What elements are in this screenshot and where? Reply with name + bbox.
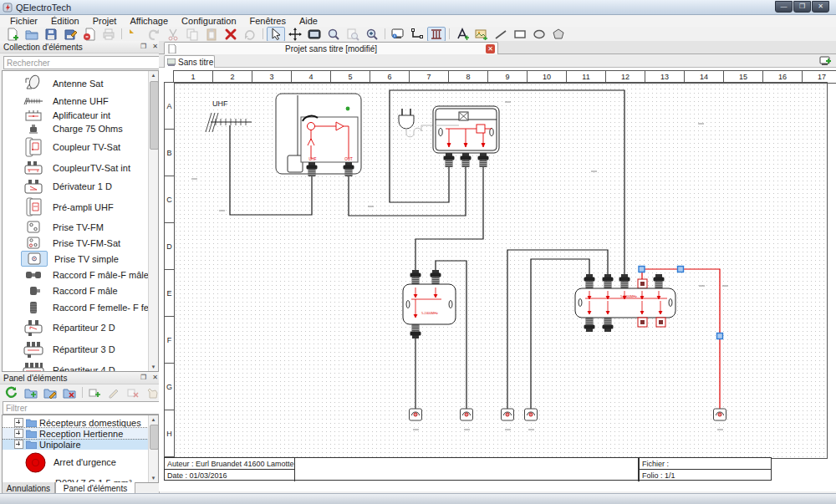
undo-button[interactable] (125, 27, 144, 42)
edit-element-button[interactable] (104, 385, 123, 400)
print-button[interactable] (99, 27, 118, 42)
scroll-down-icon[interactable]: ▼ (149, 474, 158, 482)
delete-element-button[interactable] (124, 385, 142, 400)
search-input[interactable] (3, 56, 161, 69)
collection-scrollbar[interactable]: ▲ ▼ (148, 71, 158, 371)
menu-configuration[interactable]: Configuration (175, 16, 242, 26)
handle[interactable] (717, 333, 723, 339)
list-item-repartiteur-3d[interactable]: Répartiteur 3 D (3, 339, 158, 360)
list-item-repartiteur-4d[interactable]: Répartiteur 4 D (3, 360, 158, 372)
list-item-antenne-sat[interactable]: Antenne Sat (3, 74, 158, 94)
tree-folder-recepteurs[interactable]: Récepteurs domestiques (3, 417, 158, 428)
element-splitter-2d[interactable]: 5-2400MHz (403, 270, 456, 339)
redo-button[interactable] (145, 27, 163, 42)
list-item-aplificateur[interactable]: Aplificateur int (3, 108, 158, 122)
element-tv-outlet[interactable] (410, 409, 422, 420)
menu-affichage[interactable]: Affichage (123, 16, 175, 26)
list-item-repartiteur-2d[interactable]: Répartiteur 2 D (3, 317, 158, 339)
element-tv-outlet[interactable] (714, 409, 726, 420)
add-column-button[interactable] (427, 27, 446, 42)
scroll-up-icon[interactable]: ▲ (149, 415, 158, 424)
draw-polygon-button[interactable] (549, 27, 568, 42)
element-splitter-4d[interactable]: 5-2400MHz (575, 274, 675, 332)
list-item-raccord-mm[interactable]: Raccord F mâle-F mâle (3, 267, 158, 283)
conductor-preamp-injector[interactable] (349, 167, 466, 216)
tree-item-arret-urgence[interactable]: Arret d'urgence (3, 450, 158, 475)
paste-button[interactable] (202, 27, 221, 42)
conductor-outlet4-splitter4[interactable] (531, 259, 589, 409)
menu-aide[interactable]: Aide (293, 16, 324, 26)
element-power-injector[interactable] (399, 106, 499, 167)
save-button[interactable] (42, 27, 60, 42)
zoom-fit-button[interactable] (344, 27, 362, 42)
new-element-button[interactable] (86, 385, 104, 400)
tree-scrollbar[interactable]: ▲ ▼ (148, 415, 158, 482)
float-panel-icon[interactable]: ❐ (139, 373, 148, 382)
draw-rectangle-button[interactable] (511, 27, 529, 42)
menu-fichier[interactable]: Fichier (3, 16, 44, 26)
conductor-splitter2-outlet2[interactable] (436, 261, 466, 409)
new-project-button[interactable] (3, 27, 22, 42)
diagram-canvas[interactable]: 1 2 3 4 5 6 7 8 9 10 11 12 13 14 15 16 1… (159, 68, 836, 491)
list-item-coupleur-int[interactable]: CoupleurTV-Sat int (3, 159, 158, 177)
close-file-button[interactable] (80, 27, 99, 42)
copy-button[interactable] (183, 27, 201, 42)
delete-button[interactable] (222, 27, 240, 42)
tree-folder-unipolaire[interactable]: Unipolaire (3, 439, 158, 450)
list-item-derivateur[interactable]: Dérivateur 1 D (3, 177, 158, 196)
list-item-prise-tv-fm[interactable]: Prise TV-FM (3, 219, 158, 235)
scrollbar-thumb[interactable] (150, 81, 159, 150)
expand-icon[interactable] (14, 429, 23, 438)
scroll-up-icon[interactable]: ▲ (149, 71, 158, 79)
open-project-button[interactable] (23, 27, 41, 42)
menu-fenetres[interactable]: Fenêtres (243, 16, 293, 26)
close-project-tab-button[interactable]: ✕ (486, 44, 495, 53)
edit-category-button[interactable] (41, 385, 59, 400)
zoom-in-button[interactable] (324, 27, 343, 42)
list-item-prise-tv-simple[interactable]: Prise TV simple (3, 251, 158, 267)
new-category-button[interactable] (22, 385, 40, 400)
project-tab[interactable]: Projet sans titre [modifié] ✕ (164, 42, 498, 54)
add-folio-button[interactable] (818, 55, 831, 66)
expand-icon[interactable] (14, 418, 23, 427)
list-item-raccord-ff[interactable]: Raccord F femelle- F femelle (3, 298, 158, 317)
menu-projet[interactable]: Projet (86, 16, 124, 26)
list-item-pre-ampli[interactable]: Pré-ampli UHF (3, 196, 158, 219)
conductor-injector-splitter4[interactable] (390, 90, 624, 274)
add-image-button[interactable] (472, 27, 491, 42)
handle[interactable] (639, 267, 645, 272)
list-item-antenne-uhf[interactable]: Antenne UHF (3, 94, 158, 108)
element-pre-ampli-uhf[interactable]: UHF OUT (276, 94, 361, 176)
list-item-charge-75[interactable]: Charge 75 Ohms (3, 122, 158, 135)
select-tool-button[interactable] (267, 27, 285, 42)
element-tv-outlet[interactable] (461, 409, 473, 420)
minimize-button[interactable]: — (775, 1, 793, 13)
menu-edition[interactable]: Édition (44, 16, 86, 26)
scrollbar-thumb[interactable] (150, 425, 159, 450)
list-item-raccord-male[interactable]: Raccord F mâle (3, 283, 158, 298)
element-tv-outlet[interactable] (525, 409, 538, 420)
close-button[interactable]: ✕ (812, 1, 829, 13)
expand-icon[interactable] (14, 440, 23, 449)
delete-category-button[interactable] (60, 385, 79, 400)
rotate-button[interactable] (241, 27, 259, 42)
save-as-button[interactable] (61, 27, 79, 42)
draw-line-button[interactable] (492, 27, 510, 42)
element-tv-outlet[interactable] (502, 409, 514, 420)
tree-folder-reception[interactable]: Reception Hertienne (3, 428, 158, 439)
scroll-down-icon[interactable]: ▼ (149, 363, 158, 371)
draw-ellipse-button[interactable] (530, 27, 548, 42)
maximize-button[interactable]: ❐ (793, 1, 811, 13)
add-text-button[interactable] (453, 27, 472, 42)
reload-panel-button[interactable] (3, 385, 21, 400)
handle[interactable] (678, 267, 684, 272)
folio-settings-button[interactable] (389, 27, 407, 42)
view-mode-button[interactable] (305, 27, 324, 42)
add-conductor-button[interactable] (408, 27, 426, 42)
list-item-prise-tv-fm-sat[interactable]: Prise TV-FM-Sat (3, 235, 158, 251)
filter-input[interactable] (3, 401, 161, 415)
element-antenna-uhf[interactable]: UHF (206, 99, 252, 132)
float-panel-icon[interactable]: ❐ (139, 42, 148, 51)
cut-button[interactable] (164, 27, 182, 42)
list-item-coupleur-tv-sat[interactable]: Coupleur TV-Sat (3, 135, 158, 159)
